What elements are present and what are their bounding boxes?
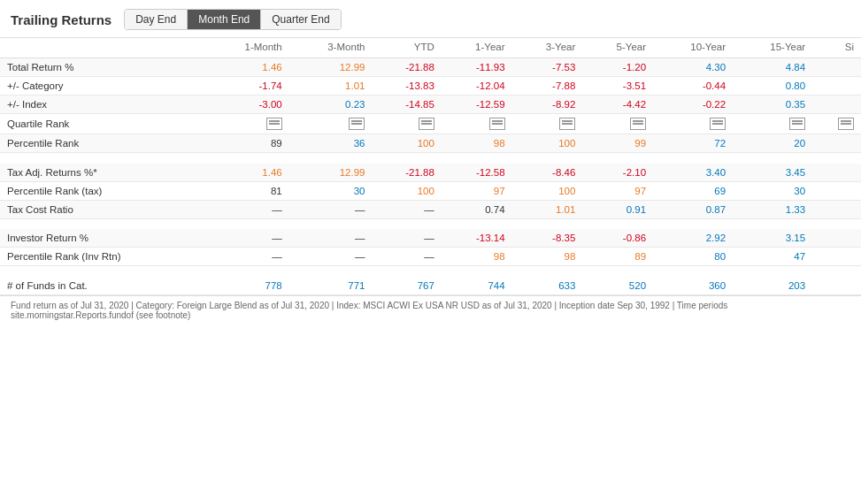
cell-value: 89 (206, 134, 289, 153)
cell-value: 47 (733, 248, 812, 266)
cell-value: — (289, 248, 373, 266)
col-header-15year: 15-Year (733, 38, 812, 58)
cell-value: 0.80 (733, 77, 812, 95)
cell-value: — (206, 200, 289, 218)
header-bar: Trailing Returns Day End Month End Quart… (0, 0, 861, 38)
cell-value (812, 277, 861, 295)
table-row: Percentile Rank893610098100997220 (0, 134, 861, 153)
cell-value (442, 114, 512, 134)
tab-group: Day End Month End Quarter End (124, 9, 341, 30)
table-row: Quartile Rank (0, 114, 861, 134)
cell-value: 203 (733, 277, 812, 295)
table-row: +/- Category-1.741.01-13.83-12.04-7.88-3… (0, 77, 861, 95)
tab-quarter-end[interactable]: Quarter End (261, 10, 340, 29)
cell-value (812, 181, 861, 200)
cell-value: 80 (653, 248, 733, 266)
cell-value: — (372, 248, 441, 266)
cell-value: -21.88 (372, 164, 441, 182)
cell-value: 100 (372, 134, 441, 153)
cell-value: 97 (442, 181, 512, 200)
quartile-rank-icon (349, 118, 365, 130)
cell-value: 12.99 (289, 164, 373, 182)
cell-value: — (289, 229, 373, 248)
cell-value: -11.93 (442, 58, 512, 77)
row-label: # of Funds in Cat. (0, 277, 206, 295)
cell-value (812, 164, 861, 182)
cell-value: 744 (442, 277, 512, 295)
cell-value: -0.86 (582, 229, 653, 248)
cell-value (812, 58, 861, 77)
cell-value: 1.01 (289, 77, 373, 95)
cell-value: -8.35 (512, 229, 583, 248)
cell-value: 69 (653, 181, 733, 200)
quartile-rank-icon (489, 118, 505, 130)
row-label: Investor Return % (0, 229, 206, 248)
cell-value: -2.10 (582, 164, 653, 182)
row-label: Total Return % (0, 58, 206, 77)
quartile-rank-icon (419, 118, 434, 130)
cell-value: 3.40 (653, 164, 733, 182)
quartile-rank-icon (789, 118, 805, 130)
spacer-row (0, 153, 861, 164)
cell-value: 98 (442, 248, 512, 266)
tab-day-end[interactable]: Day End (125, 10, 188, 29)
cell-value (812, 229, 861, 248)
cell-value: -8.46 (512, 164, 583, 182)
cell-value: -12.04 (442, 77, 512, 95)
cell-value: 81 (206, 181, 289, 200)
row-label: +/- Index (0, 95, 206, 114)
column-header-row: 1-Month 3-Month YTD 1-Year 3-Year 5-Year… (0, 38, 861, 58)
cell-value (372, 114, 441, 134)
col-header-ytd: YTD (372, 38, 441, 58)
cell-value: -1.20 (582, 58, 653, 77)
cell-value: 0.91 (582, 200, 653, 218)
col-header-si: Si (812, 38, 861, 58)
cell-value: 0.23 (289, 95, 373, 114)
trailing-returns-table: 1-Month 3-Month YTD 1-Year 3-Year 5-Year… (0, 38, 861, 295)
cell-value: 4.84 (733, 58, 812, 77)
quartile-rank-icon (630, 118, 646, 130)
spacer-row (0, 266, 861, 277)
cell-value: -7.88 (512, 77, 583, 95)
cell-value (512, 114, 583, 134)
cell-value: 0.87 (653, 200, 733, 218)
cell-value: 778 (206, 277, 289, 295)
cell-value: 30 (733, 181, 812, 200)
cell-value: 2.92 (653, 229, 733, 248)
cell-value: 1.46 (206, 164, 289, 182)
cell-value: -4.42 (582, 95, 653, 114)
row-label: +/- Category (0, 77, 206, 95)
cell-value (582, 114, 653, 134)
cell-value: 20 (733, 134, 812, 153)
cell-value (812, 134, 861, 153)
cell-value (812, 114, 861, 134)
quartile-rank-icon (710, 118, 726, 130)
cell-value: 99 (582, 134, 653, 153)
table-row: +/- Index-3.000.23-14.85-12.59-8.92-4.42… (0, 95, 861, 114)
cell-value: -21.88 (372, 58, 441, 77)
cell-value: -8.92 (512, 95, 583, 114)
cell-value (812, 200, 861, 218)
cell-value: 1.46 (206, 58, 289, 77)
cell-value: 633 (512, 277, 583, 295)
cell-value: 767 (372, 277, 441, 295)
col-header-3year: 3-Year (512, 38, 583, 58)
page-title: Trailing Returns (11, 12, 111, 27)
col-header-5year: 5-Year (582, 38, 653, 58)
cell-value: -1.74 (206, 77, 289, 95)
cell-value: 89 (582, 248, 653, 266)
cell-value: -0.22 (653, 95, 733, 114)
cell-value: — (372, 200, 441, 218)
cell-value: 4.30 (653, 58, 733, 77)
cell-value: 72 (653, 134, 733, 153)
cell-value: — (372, 229, 441, 248)
tab-month-end[interactable]: Month End (188, 10, 261, 29)
col-header-1year: 1-Year (442, 38, 512, 58)
cell-value: 1.33 (733, 200, 812, 218)
cell-value: 520 (582, 277, 653, 295)
col-header-3month: 3-Month (289, 38, 373, 58)
quartile-rank-icon (266, 118, 282, 130)
cell-value: 0.35 (733, 95, 812, 114)
col-header-label (0, 38, 206, 58)
cell-value: -7.53 (512, 58, 583, 77)
